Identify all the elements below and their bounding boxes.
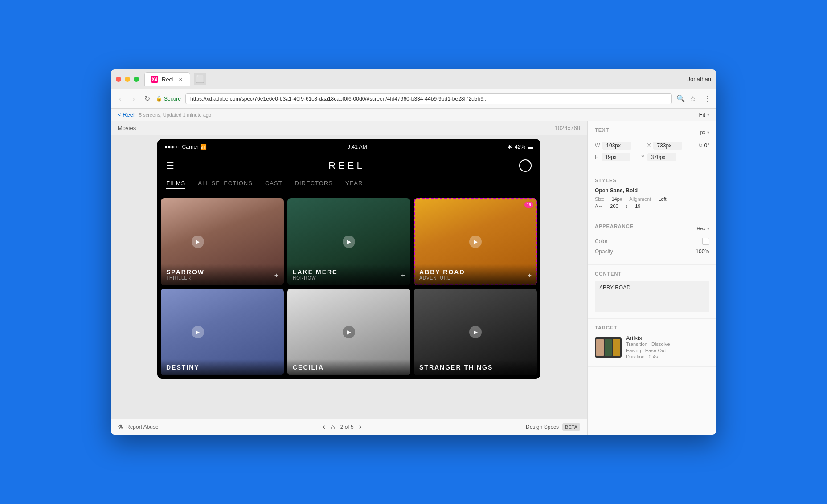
nav-tab-directors[interactable]: DIRECTORS — [295, 180, 333, 189]
fit-button[interactable]: Fit ▾ — [699, 111, 709, 118]
movie-overlay-abby-road: ABBY ROAD ADVENTURE — [414, 264, 537, 285]
color-swatch[interactable] — [702, 238, 709, 245]
tab-title: Reel — [162, 76, 174, 83]
title-bar: Xd Reel ✕ ⬜ Jonathan — [111, 69, 716, 89]
close-button[interactable] — [116, 77, 121, 82]
hamburger-icon[interactable]: ☰ — [166, 160, 174, 171]
new-tab-button[interactable]: ⬜ — [194, 73, 206, 85]
text-section: TEXT px ▾ W 103px X 733px — [588, 121, 716, 171]
address-bar: ‹ › ↻ 🔒 Secure https://xd.adobe.com/spec… — [111, 89, 716, 109]
duration-row: Duration 0.4s — [626, 354, 670, 359]
bottom-bar: ⚗ Report Abuse ‹ ⌂ 2 of 5 › Design Specs… — [111, 419, 587, 435]
h-label: H — [595, 154, 599, 160]
movie-card-sparrow[interactable]: ▶ SPARROW THRILLER + — [161, 198, 284, 285]
new-tab-icon: ⬜ — [196, 75, 205, 83]
nav-tab-cast[interactable]: CAST — [265, 180, 282, 189]
bookmark-icon[interactable]: ☆ — [690, 94, 696, 103]
add-button-abby-road[interactable]: + — [528, 272, 532, 280]
add-button-sparrow[interactable]: + — [274, 272, 278, 280]
movie-title-destiny: DESTINY — [166, 364, 278, 371]
w-value[interactable]: 103px — [602, 142, 631, 150]
main-area: Movies 1024x768 — [111, 121, 716, 435]
movie-overlay-stranger: STRANGER THINGS — [414, 359, 537, 375]
phone-frame: ●●●○○ Carrier 📶 9:41 AM ✱ 42% ▬ — [157, 139, 540, 379]
prev-page-button[interactable]: ‹ — [323, 422, 325, 431]
easing-value: Ease-Out — [645, 348, 666, 353]
minimize-button[interactable] — [125, 77, 130, 82]
movie-genre-sparrow: THRILLER — [166, 276, 278, 280]
play-button-sparrow[interactable]: ▶ — [192, 236, 204, 248]
design-specs-label[interactable]: Design Specs — [526, 424, 559, 430]
hex-dropdown-arrow: ▾ — [707, 226, 709, 231]
movie-title-sparrow: SPARROW — [166, 268, 278, 276]
content-text: ABBY ROAD — [595, 281, 709, 312]
h-value[interactable]: 19px — [602, 153, 630, 161]
appearance-section: APPEARANCE Hex ▾ Color Opacity 100% — [588, 217, 716, 265]
movie-title-lake-merc: LAKE MERC — [293, 268, 405, 276]
rotate-value[interactable]: 0° — [704, 142, 709, 149]
carrier-text: ●●●○○ Carrier — [164, 144, 198, 150]
hex-dropdown[interactable]: Hex ▾ — [696, 226, 709, 231]
line-height-icon: ↕ — [626, 203, 628, 209]
search-circle-icon[interactable] — [519, 159, 532, 172]
nav-tab-films[interactable]: FILMS — [166, 180, 185, 189]
target-name: Artists — [626, 335, 670, 341]
battery-icon: ▬ — [528, 144, 533, 150]
font-size-row: Size 14px Alignment Left — [595, 196, 709, 202]
movie-card-cecilia[interactable]: ▶ CECILIA — [287, 289, 410, 375]
tab-close-button[interactable]: ✕ — [177, 76, 184, 82]
xd-topbar: < Reel 5 screens, Updated 1 minute ago F… — [111, 109, 716, 121]
height-row: H 19px Y 370px — [595, 153, 709, 161]
fit-label: Fit — [699, 111, 705, 118]
breadcrumb-back[interactable]: < Reel — [118, 111, 135, 118]
bottom-center: ‹ ⌂ 2 of 5 › — [159, 422, 526, 431]
movie-genre-abby-road: ADVENTURE — [419, 276, 532, 280]
play-button-destiny[interactable]: ▶ — [192, 326, 204, 338]
next-page-button[interactable]: › — [359, 422, 362, 431]
refresh-button[interactable]: ↻ — [143, 94, 151, 103]
canvas-dimensions: 1024x768 — [555, 125, 580, 131]
px-dropdown[interactable]: px ▾ — [700, 130, 709, 135]
home-icon[interactable]: ⌂ — [331, 423, 335, 431]
back-button[interactable]: ‹ — [116, 94, 125, 103]
time-display: 9:41 AM — [348, 144, 367, 150]
movie-card-stranger-things[interactable]: ▶ STRANGER THINGS — [414, 289, 537, 375]
play-button-abby-road[interactable]: ▶ — [469, 236, 482, 248]
target-info: Artists Transition Dissolve Easing Ease-… — [626, 335, 670, 360]
status-bar: ●●●○○ Carrier 📶 9:41 AM ✱ 42% ▬ — [157, 139, 540, 155]
report-abuse-label[interactable]: Report Abuse — [126, 424, 159, 430]
forward-button[interactable]: › — [129, 94, 138, 103]
movie-title-abby-road: ABBY ROAD — [419, 268, 532, 276]
canvas-name: Movies — [118, 125, 136, 131]
url-text: https://xd.adobe.com/spec/76e1e6e0-b3a1-… — [190, 96, 488, 102]
play-button-cecilia[interactable]: ▶ — [343, 326, 355, 338]
movie-card-lake-merc[interactable]: ▶ LAKE MERC HORROW + — [287, 198, 410, 285]
movie-card-destiny[interactable]: ▶ DESTINY — [161, 289, 284, 375]
canvas-area: Movies 1024x768 — [111, 121, 587, 435]
phone-container: ●●●○○ Carrier 📶 9:41 AM ✱ 42% ▬ — [111, 135, 587, 419]
battery-text: 42% — [515, 144, 525, 150]
browser-tab[interactable]: Xd Reel ✕ — [144, 72, 190, 86]
easing-row: Easing Ease-Out — [626, 348, 670, 353]
url-bar[interactable]: https://xd.adobe.com/spec/76e1e6e0-b3a1-… — [185, 93, 672, 104]
play-button-stranger[interactable]: ▶ — [469, 326, 482, 338]
search-icon[interactable]: 🔍 — [676, 94, 685, 103]
content-section: CONTENT ABBY ROAD — [588, 265, 716, 319]
play-button-lake-merc[interactable]: ▶ — [343, 236, 355, 248]
maximize-button[interactable] — [134, 77, 139, 82]
transition-label: Transition — [626, 341, 647, 347]
hex-label: Hex — [696, 226, 705, 231]
x-value[interactable]: 733px — [653, 142, 682, 150]
nav-tab-all-selections[interactable]: ALL SELECTIONS — [198, 180, 253, 189]
dimensions-row: W 103px X 733px ↻ 0° — [595, 142, 709, 150]
nav-tab-year[interactable]: YEAR — [345, 180, 363, 189]
browser-menu-icon[interactable]: ⋮ — [704, 94, 711, 103]
add-button-lake-merc[interactable]: + — [401, 272, 405, 280]
tracking-value: 200 — [610, 203, 618, 209]
movie-genre-lake-merc: HORROW — [293, 276, 405, 280]
nav-tabs: FILMS ALL SELECTIONS CAST DIRECTORS YEAR — [157, 176, 540, 195]
wifi-icon: 📶 — [200, 144, 207, 150]
y-value[interactable]: 370px — [647, 153, 676, 161]
opacity-value[interactable]: 100% — [696, 248, 709, 255]
movie-card-abby-road[interactable]: ▶ ABBY ROAD ADVENTURE + 19 103 — [414, 198, 537, 285]
